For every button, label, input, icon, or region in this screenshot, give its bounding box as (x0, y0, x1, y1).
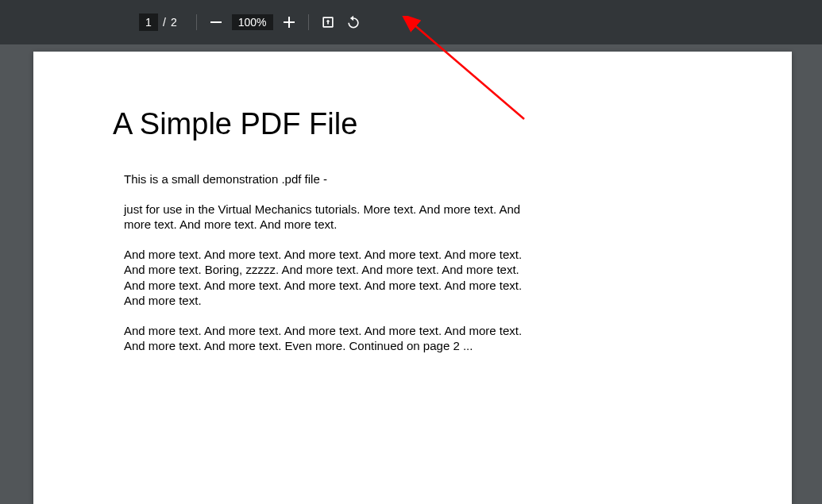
zoom-in-button[interactable] (276, 10, 302, 35)
minus-icon (210, 21, 222, 23)
toolbar-divider (196, 14, 197, 30)
rotate-button[interactable] (341, 10, 366, 35)
paragraph: This is a small demonstration .pdf file … (124, 171, 537, 187)
zoom-level[interactable]: 100% (232, 14, 273, 30)
fit-to-page-button[interactable] (315, 10, 341, 35)
paragraph: just for use in the Virtual Mechanics tu… (124, 202, 537, 233)
paragraph: And more text. And more text. And more t… (124, 247, 537, 309)
total-pages: 2 (171, 16, 177, 29)
current-page-input[interactable] (139, 13, 158, 31)
zoom-out-button[interactable] (203, 10, 229, 35)
document-body: This is a small demonstration .pdf file … (124, 171, 537, 354)
toolbar-divider (308, 14, 309, 30)
page-separator: / (163, 16, 166, 29)
rotate-icon (345, 14, 361, 30)
plus-icon (284, 17, 295, 28)
pdf-toolbar: / 2 100% (0, 0, 822, 44)
pdf-viewer-area[interactable]: A Simple PDF File This is a small demons… (0, 52, 822, 504)
document-title: A Simple PDF File (113, 107, 712, 141)
fit-page-icon (320, 14, 336, 30)
paragraph: And more text. And more text. And more t… (124, 323, 537, 354)
pdf-page: A Simple PDF File This is a small demons… (33, 52, 792, 504)
